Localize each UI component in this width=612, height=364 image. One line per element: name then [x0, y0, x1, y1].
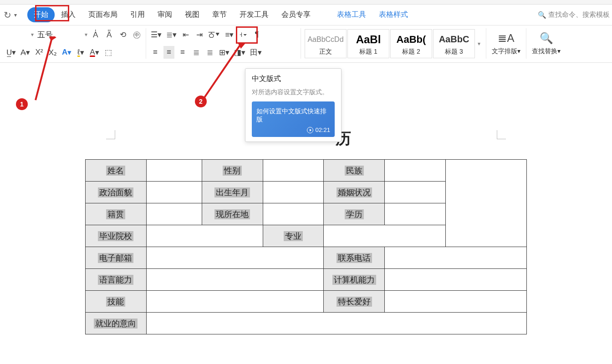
table-row: 电子邮箱 联系电话: [86, 247, 527, 269]
tab-references[interactable]: 引用: [124, 7, 151, 22]
align-left-icon[interactable]: ≡: [150, 46, 161, 59]
tab-developer[interactable]: 开发工具: [233, 7, 275, 22]
find-replace-button[interactable]: 🔍 查找替换▾: [526, 28, 566, 59]
table-row: 就业的意向: [86, 313, 527, 334]
search-placeholder: 查找命令、搜索模板: [548, 10, 610, 19]
highlight-icon[interactable]: ℓ▾: [75, 46, 86, 59]
tooltip-video-title: 如何设置中文版式快速排版: [256, 107, 330, 123]
style-heading3[interactable]: AaBbC 标题 3: [433, 29, 475, 58]
table-row: 姓名 性别 民族: [86, 160, 527, 182]
character-border-icon[interactable]: ⬚: [103, 46, 114, 59]
increase-indent-icon[interactable]: ⇥: [194, 28, 205, 41]
style-normal[interactable]: AaBbCcDd 正文: [305, 29, 347, 58]
align-right-icon[interactable]: ≡: [177, 46, 188, 59]
decrease-font-icon[interactable]: A̎: [104, 28, 115, 41]
borders-icon[interactable]: 田▾: [249, 46, 263, 59]
tooltip-title: 中文版式: [252, 74, 335, 84]
style-heading2[interactable]: AaBb( 标题 2: [390, 29, 432, 58]
page-corner-tl: [103, 127, 115, 139]
svg-line-3: [203, 43, 241, 100]
chinese-layout-icon[interactable]: ਠ▾: [208, 28, 221, 41]
table-row: 技能 特长爱好: [86, 291, 527, 313]
redo-icon[interactable]: ↻: [4, 10, 11, 20]
dropdown-caret-icon[interactable]: ▾: [14, 12, 17, 18]
search-large-icon: 🔍: [540, 30, 553, 46]
clear-format-icon[interactable]: ⟲: [117, 28, 128, 41]
tooltip-video-card[interactable]: 如何设置中文版式快速排版 02:21: [252, 101, 335, 137]
redo-group: ↻ ▾: [2, 10, 18, 20]
menu-bar: ↻ ▾ 开始 插入 页面布局 引用 审阅 视图 章节 开发工具 会员专享 表格工…: [0, 5, 612, 25]
ribbon: ▾ 五号 ▾ A̍ A̎ ⟲ ㊥ U̲▾ A̶▾ X² X₂ A▾ ℓ▾ A▾ …: [0, 25, 612, 63]
annotation-highlight-2: [236, 26, 258, 44]
text-layout-button[interactable]: ≣A 文字排版▾: [486, 28, 526, 59]
tooltip-video-duration: 02:21: [307, 126, 330, 133]
tab-section[interactable]: 章节: [206, 7, 233, 22]
align-distribute-icon[interactable]: ≡▾: [224, 28, 235, 41]
search-icon: 🔍: [538, 11, 546, 19]
tooltip-description: 对所选内容设置文字版式。: [252, 87, 335, 97]
command-search[interactable]: 🔍 查找命令、搜索模板: [538, 10, 610, 19]
number-list-icon[interactable]: ≣▾: [165, 28, 178, 41]
resume-table[interactable]: 姓名 性别 民族 政治面貌 出生年月 婚姻状况 籍贯 现所在地: [85, 159, 527, 334]
decrease-indent-icon[interactable]: ⇤: [180, 28, 191, 41]
tab-page-layout[interactable]: 页面布局: [82, 7, 124, 22]
tab-table-tools[interactable]: 表格工具: [331, 7, 372, 22]
tab-view[interactable]: 视图: [178, 7, 206, 22]
annotation-highlight-1: [35, 5, 69, 21]
underline-icon[interactable]: U̲▾: [5, 46, 17, 59]
style-heading1[interactable]: AaBl 标题 1: [347, 29, 389, 58]
play-icon: [307, 127, 313, 133]
tab-table-styles[interactable]: 表格样式: [372, 7, 414, 22]
svg-marker-2: [48, 36, 56, 41]
tab-member[interactable]: 会员专享: [275, 7, 317, 22]
table-row: 语言能力 计算机能力: [86, 269, 527, 291]
phonetic-guide-icon[interactable]: ㊥: [131, 28, 142, 41]
annotation-badge-2: 2: [195, 96, 207, 107]
bullet-list-icon[interactable]: ☰▾: [150, 28, 163, 41]
increase-font-icon[interactable]: A̍: [90, 28, 101, 41]
font-color-icon[interactable]: A▾: [89, 46, 100, 59]
annotation-arrow-1: [27, 36, 68, 114]
tooltip-chinese-layout: 中文版式 对所选内容设置文字版式。 如何设置中文版式快速排版 02:21: [245, 68, 342, 142]
page-corner-tr: [497, 127, 509, 139]
tab-review[interactable]: 审阅: [151, 7, 178, 22]
align-center-icon[interactable]: ≡: [163, 46, 174, 59]
text-layout-icon: ≣A: [498, 30, 514, 46]
annotation-badge-1: 1: [16, 98, 28, 110]
svg-line-0: [36, 36, 52, 100]
